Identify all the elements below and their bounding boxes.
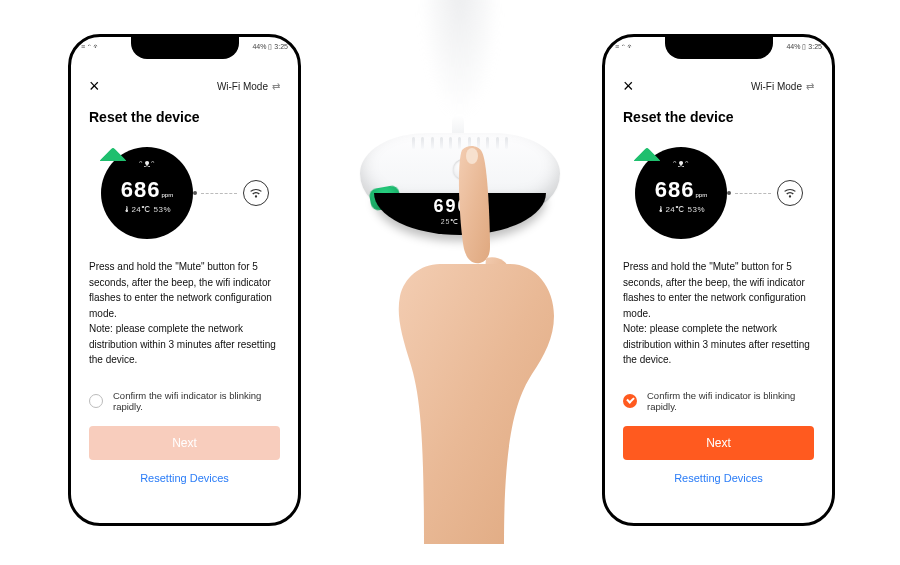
phone-mockup-checked: ≡ ⌃ ᯤ 44% ▯ 3:25 × Wi-Fi Mode ⇄ Reset th… bbox=[602, 34, 835, 526]
sensor-temp-humidity: 🌡24℃ 53% bbox=[101, 205, 193, 214]
confirm-radio-unchecked[interactable] bbox=[89, 394, 103, 408]
instruction-text: Press and hold the "Mute" button for 5 s… bbox=[623, 259, 814, 368]
device-illustration: ᵔᴥᵔ 686ppm 🌡24℃ 53% bbox=[89, 139, 280, 247]
sensor-temp-humidity: 🌡24℃ 53% bbox=[635, 205, 727, 214]
wifi-mode-toggle[interactable]: Wi-Fi Mode ⇄ bbox=[751, 81, 814, 92]
phone-notch bbox=[665, 35, 773, 59]
confirm-label: Confirm the wifi indicator is blinking r… bbox=[647, 390, 814, 412]
swap-icon: ⇄ bbox=[806, 81, 814, 92]
confirm-row[interactable]: Confirm the wifi indicator is blinking r… bbox=[623, 390, 814, 412]
wifi-mode-label: Wi-Fi Mode bbox=[217, 81, 268, 92]
resetting-devices-link[interactable]: Resetting Devices bbox=[89, 472, 280, 484]
wifi-icon bbox=[777, 180, 803, 206]
sensor-value: 686 bbox=[655, 177, 695, 202]
resetting-devices-link[interactable]: Resetting Devices bbox=[623, 472, 814, 484]
sensor-unit: ppm bbox=[696, 192, 708, 198]
status-right: 44% ▯ 3:25 bbox=[252, 43, 288, 61]
instruction-text: Press and hold the "Mute" button for 5 s… bbox=[89, 259, 280, 368]
sensor-unit: ppm bbox=[162, 192, 174, 198]
swap-icon: ⇄ bbox=[272, 81, 280, 92]
conn-dot bbox=[193, 191, 197, 195]
close-icon[interactable]: × bbox=[623, 77, 634, 95]
confirm-label: Confirm the wifi indicator is blinking r… bbox=[113, 390, 280, 412]
close-icon[interactable]: × bbox=[89, 77, 100, 95]
next-button-disabled: Next bbox=[89, 426, 280, 460]
conn-line bbox=[735, 193, 771, 194]
svg-point-0 bbox=[466, 148, 478, 164]
status-left: ≡ ⌃ ᯤ bbox=[81, 43, 100, 61]
hand-illustration bbox=[390, 146, 580, 546]
sensor-face-icon: ᵔᴥᵔ bbox=[131, 159, 163, 170]
conn-dot bbox=[727, 191, 731, 195]
status-right: 44% ▯ 3:25 bbox=[786, 43, 822, 61]
wifi-mode-label: Wi-Fi Mode bbox=[751, 81, 802, 92]
device-illustration: ᵔᴥᵔ 686ppm 🌡24℃ 53% bbox=[623, 139, 814, 247]
phone-notch bbox=[131, 35, 239, 59]
physical-device-illustration: 690ppm 25℃ 50% bbox=[330, 0, 570, 565]
sensor-face-icon: ᵔᴥᵔ bbox=[665, 159, 697, 170]
sensor-disc: ᵔᴥᵔ 686ppm 🌡24℃ 53% bbox=[101, 147, 193, 239]
wifi-mode-toggle[interactable]: Wi-Fi Mode ⇄ bbox=[217, 81, 280, 92]
conn-line bbox=[201, 193, 237, 194]
sensor-value: 686 bbox=[121, 177, 161, 202]
wifi-icon bbox=[243, 180, 269, 206]
next-button[interactable]: Next bbox=[623, 426, 814, 460]
sensor-disc: ᵔᴥᵔ 686ppm 🌡24℃ 53% bbox=[635, 147, 727, 239]
page-title: Reset the device bbox=[623, 109, 814, 125]
status-left: ≡ ⌃ ᯤ bbox=[615, 43, 634, 61]
confirm-radio-checked[interactable] bbox=[623, 394, 637, 408]
mist-effect bbox=[420, 0, 500, 120]
confirm-row[interactable]: Confirm the wifi indicator is blinking r… bbox=[89, 390, 280, 412]
page-title: Reset the device bbox=[89, 109, 280, 125]
phone-mockup-unchecked: ≡ ⌃ ᯤ 44% ▯ 3:25 × Wi-Fi Mode ⇄ Reset th… bbox=[68, 34, 301, 526]
